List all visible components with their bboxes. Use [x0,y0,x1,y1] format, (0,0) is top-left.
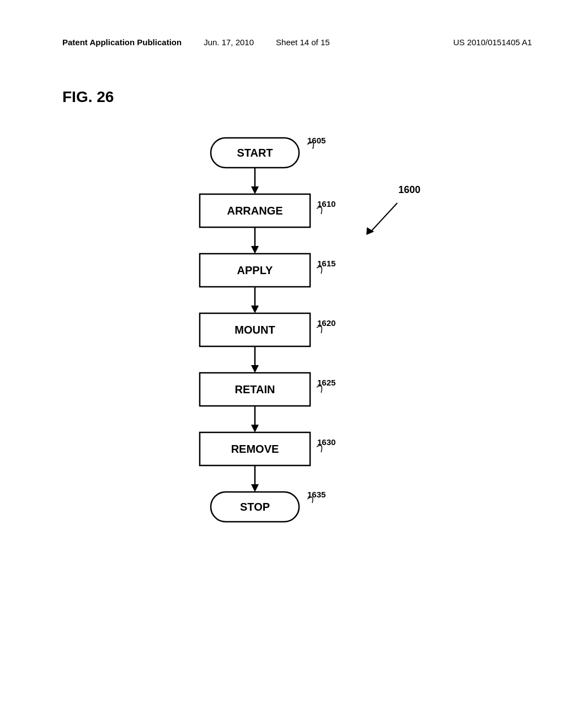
retain-label: RETAIN [235,383,275,395]
start-label: START [237,147,273,159]
arrow-5-head [251,425,259,432]
mount-label: MOUNT [234,324,275,336]
flowchart-svg: START 1605 ARRANGE 1610 APPLY 1615 MOUNT… [117,127,448,623]
header-title: Patent Application Publication [62,38,182,47]
ref-1600: 1600 [398,184,420,195]
arrow-4-head [251,365,259,373]
arrow-6-head [251,484,259,492]
diagram-container: START 1605 ARRANGE 1610 APPLY 1615 MOUNT… [117,127,448,625]
header-sheet: Sheet 14 of 15 [276,38,330,47]
arrange-label: ARRANGE [227,205,282,217]
stop-label: STOP [240,501,270,513]
ref-1605: 1605 [307,136,326,145]
apply-label: APPLY [237,264,274,276]
arrow-3-head [251,306,259,313]
remove-label: REMOVE [231,443,279,455]
ref-1600-line [371,203,397,232]
figure-label: FIG. 26 [62,88,114,106]
header-patent: US 2010/0151405 A1 [453,38,532,47]
arrow-2-head [251,246,259,254]
arrow-1-head [251,186,259,194]
header-date: Jun. 17, 2010 [204,38,254,47]
ref-1600-arrow [366,227,374,235]
page-header: Patent Application Publication Jun. 17, … [62,38,532,47]
